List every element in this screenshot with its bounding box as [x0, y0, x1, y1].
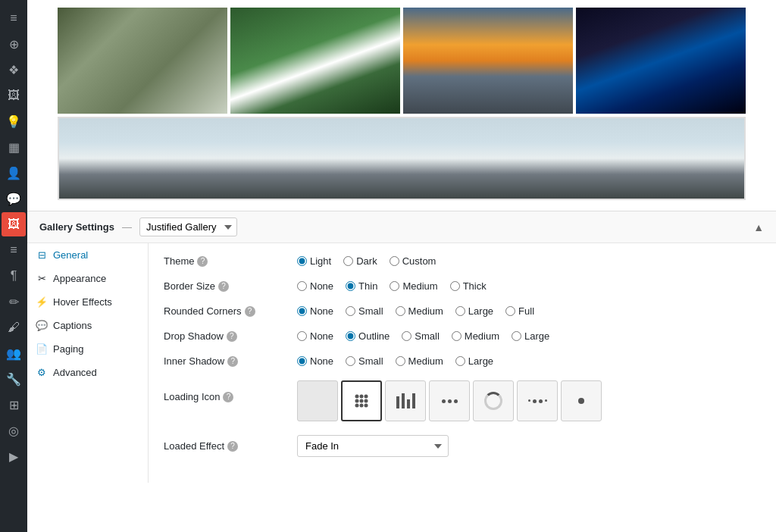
inner-shadow-medium-option[interactable]: Medium	[396, 355, 443, 367]
nav-item-hover-effects[interactable]: ⚡ Hover Effects	[27, 290, 148, 314]
rounded-large-option[interactable]: Large	[455, 305, 493, 317]
nav-item-paging[interactable]: 📄 Paging	[27, 337, 148, 361]
nav-item-advanced[interactable]: ⚙ Advanced	[27, 361, 148, 384]
theme-light-radio[interactable]	[297, 256, 307, 266]
settings-nav: ⊟ General ✂ Appearance ⚡ Hover Effects 💬…	[27, 243, 149, 483]
loading-icon-help-icon[interactable]: ?	[223, 392, 233, 402]
sidebar-wrench-icon[interactable]: 🔧	[2, 367, 26, 391]
gallery-image-waterfall	[230, 8, 400, 114]
loaded-effect-help-icon[interactable]: ?	[227, 441, 238, 452]
svg-point-0	[355, 395, 359, 399]
sidebar-user-icon[interactable]: 👥	[2, 341, 26, 365]
sidebar-list-icon[interactable]: ≡	[2, 238, 26, 262]
svg-point-4	[360, 399, 364, 403]
sidebar-brush-icon[interactable]: 🖌	[2, 315, 26, 340]
inner-shadow-large-option[interactable]: Large	[455, 355, 493, 367]
rounded-none-option[interactable]: None	[297, 305, 333, 317]
sidebar-pen-icon[interactable]: ✏	[2, 289, 26, 314]
theme-dark-radio[interactable]	[343, 256, 353, 266]
sidebar-image-icon[interactable]: 🖼	[2, 83, 26, 108]
nav-label-general: General	[53, 249, 88, 261]
drop-shadow-small-option[interactable]: Small	[402, 330, 440, 342]
drop-shadow-help-icon[interactable]: ?	[227, 331, 237, 342]
loading-icon-row: Loading Icon ?	[164, 380, 761, 421]
svg-point-5	[365, 399, 368, 403]
rounded-medium-radio[interactable]	[396, 306, 405, 316]
sidebar-gallery-icon[interactable]: 🖼	[2, 212, 26, 236]
border-medium-radio[interactable]	[390, 281, 399, 291]
nav-item-appearance[interactable]: ✂ Appearance	[27, 267, 148, 290]
drop-shadow-outline-option[interactable]: Outline	[346, 330, 390, 342]
sidebar-pin-icon[interactable]: ⊕	[2, 32, 26, 56]
sidebar-play-icon[interactable]: ▶	[2, 444, 26, 468]
border-thin-option[interactable]: Thin	[346, 280, 377, 292]
sidebar-menu-icon[interactable]: ≡	[2, 6, 26, 30]
drop-shadow-medium-option[interactable]: Medium	[452, 330, 499, 342]
loaded-effect-select[interactable]: Fade In None Slide Up Slide Down Zoom In	[297, 435, 449, 457]
ellipsis-dot-4	[545, 399, 547, 402]
theme-dark-option[interactable]: Dark	[343, 255, 377, 267]
inner-shadow-small-option[interactable]: Small	[346, 355, 383, 367]
inner-shadow-none-option[interactable]: None	[297, 355, 333, 367]
drop-shadow-large-option[interactable]: Large	[512, 330, 549, 342]
theme-help-icon[interactable]: ?	[197, 256, 208, 267]
loading-icon-blank[interactable]	[297, 380, 338, 421]
sidebar-person-icon[interactable]: 👤	[2, 161, 26, 185]
rounded-small-option[interactable]: Small	[346, 305, 383, 317]
drop-shadow-none-option[interactable]: None	[297, 330, 333, 342]
ellipsis-visual	[528, 399, 547, 403]
drop-shadow-large-radio[interactable]	[512, 331, 521, 341]
loading-icon-dots-grid[interactable]	[341, 380, 382, 421]
inner-shadow-small-radio[interactable]	[346, 356, 355, 366]
inner-shadow-help-icon[interactable]: ?	[227, 356, 238, 367]
sidebar-paragraph-icon[interactable]: ¶	[2, 264, 26, 288]
loading-icon-three-dots[interactable]	[429, 380, 470, 421]
captions-icon: 💬	[36, 321, 47, 331]
sidebar-blocks-icon[interactable]: ⊞	[2, 393, 26, 417]
border-medium-option[interactable]: Medium	[390, 280, 437, 292]
advanced-icon: ⚙	[36, 368, 47, 378]
theme-label: Theme ?	[164, 255, 285, 267]
loading-icon-circle[interactable]	[473, 380, 514, 421]
drop-shadow-medium-radio[interactable]	[452, 331, 462, 341]
collapse-button[interactable]: ▲	[753, 221, 764, 233]
border-thin-radio[interactable]	[346, 281, 355, 291]
sidebar-bulb-icon[interactable]: 💡	[2, 109, 26, 133]
rounded-large-radio[interactable]	[455, 306, 465, 316]
rounded-corners-help-icon[interactable]: ?	[245, 306, 255, 317]
border-thick-radio[interactable]	[450, 281, 460, 291]
nav-item-captions[interactable]: 💬 Captions	[27, 314, 148, 337]
sidebar-layers-icon[interactable]: ❖	[2, 58, 26, 82]
drop-shadow-small-radio[interactable]	[402, 331, 411, 341]
rounded-full-radio[interactable]	[505, 306, 515, 316]
inner-shadow-large-radio[interactable]	[455, 356, 465, 366]
inner-shadow-none-radio[interactable]	[297, 356, 307, 366]
drop-shadow-row: Drop Shadow ? None Outline	[164, 330, 761, 342]
rounded-medium-option[interactable]: Medium	[396, 305, 443, 317]
rounded-full-option[interactable]: Full	[505, 305, 534, 317]
gallery-type-select[interactable]: Justified Gallery Grid Gallery Masonry G…	[139, 217, 237, 236]
sidebar-chat-icon[interactable]: 💬	[2, 186, 26, 211]
rounded-none-radio[interactable]	[297, 306, 307, 316]
border-none-option[interactable]: None	[297, 280, 333, 292]
loading-icon-bars[interactable]	[385, 380, 426, 421]
border-size-label: Border Size ?	[164, 280, 285, 292]
inner-shadow-medium-radio[interactable]	[396, 356, 405, 366]
border-thick-option[interactable]: Thick	[450, 280, 487, 292]
loading-icon-single-dot[interactable]	[561, 380, 602, 421]
border-size-help-icon[interactable]: ?	[218, 281, 229, 292]
rounded-small-radio[interactable]	[346, 306, 355, 316]
drop-shadow-none-radio[interactable]	[297, 331, 307, 341]
border-none-radio[interactable]	[297, 281, 307, 291]
border-size-label-text: Border Size	[164, 280, 215, 292]
sidebar-grid-icon[interactable]: ▦	[2, 135, 26, 159]
nav-label-paging: Paging	[53, 343, 83, 355]
gallery-image-torii	[58, 117, 746, 200]
loading-icon-ellipsis[interactable]	[517, 380, 558, 421]
theme-light-option[interactable]: Light	[297, 255, 331, 267]
nav-item-general[interactable]: ⊟ General	[27, 243, 148, 267]
drop-shadow-outline-radio[interactable]	[346, 331, 355, 341]
sidebar-dial-icon[interactable]: ◎	[2, 418, 26, 443]
theme-custom-option[interactable]: Custom	[390, 255, 436, 267]
theme-custom-radio[interactable]	[390, 256, 399, 266]
